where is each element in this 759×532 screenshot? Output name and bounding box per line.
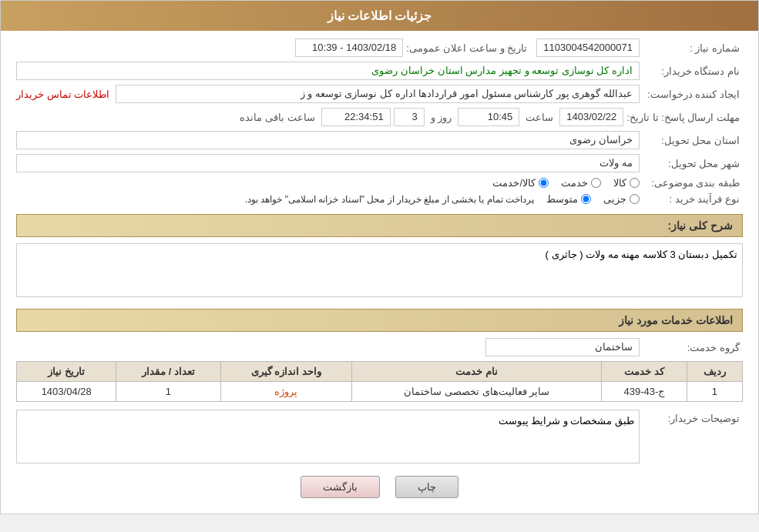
row-mohlat: مهلت ارسال پاسخ: تا تاریخ: 1403/02/22 سا… [16,108,743,126]
ejad-link[interactable]: اطلاعات تماس خریدار [16,89,109,100]
mande-label: ساعت باقی مانده [240,112,314,123]
col-radif: ردیف [687,362,742,382]
col-naam: نام خدمت [352,362,602,382]
toseef-label: توضیحات خریدار: [643,410,743,424]
nooe-text: پرداخت تمام یا بخشی از مبلغ خریدار از مح… [245,194,534,205]
cell-vahed[interactable]: پروژه [220,382,352,402]
dastgah-label: نام دستگاه خریدار: [643,65,743,77]
radio-kala-khedmat-input[interactable] [539,178,549,188]
row-ejad: ایجاد کننده درخواست: عبدالله گوهری پور ک… [16,85,743,103]
radio-khedmat-input[interactable] [591,178,601,188]
ejad-value: عبدالله گوهری پور کارشناس مسئول امور قرا… [116,85,640,103]
grohe-value: ساختمان [485,338,640,356]
radio-mottavasset-label: متوسط [546,193,578,205]
radio-jezee-input[interactable] [630,194,640,204]
row-nooe: نوع فرآیند خرید : جزیی متوسط پرداخت تمام… [16,193,743,205]
page-header: جزئیات اطلاعات نیاز [1,1,758,31]
row-ostan: استان محل تحویل: خراسان رضوی [16,131,743,149]
radio-kala: کالا [613,177,640,189]
radio-kala-input[interactable] [630,178,640,188]
radio-khedmat: خدمت [561,177,601,189]
shahr-label: شهر محل تحویل: [643,158,743,169]
row-shomara: شماره نیاز : 1103004542000071 تاریخ و سا… [16,38,743,57]
shahr-value: مه ولات [16,154,640,172]
radio-mottavasset: متوسط [546,193,591,205]
cell-kod: ج-43-439 [602,382,687,402]
radio-kala-khedmat: کالا/خدمت [492,177,549,189]
tabaqe-radio-group: کالا خدمت کالا/خدمت [492,177,640,189]
cell-tarikh: 1403/04/28 [17,382,116,402]
tabaqe-label: طبقه بندی موضوعی: [643,177,743,189]
col-tedad: تعداد / مقدار [116,362,220,382]
khadamat-section-title: اطلاعات خدمات مورد نیاز [16,309,743,332]
tarikh-label: تاریخ و ساعت اعلان عمومی: [406,42,533,54]
row-toseef: توضیحات خریدار: [16,410,743,463]
row-shahr: شهر محل تحویل: مه ولات [16,154,743,172]
mohlat-date: 1403/02/22 [559,108,623,126]
bottom-buttons: چاپ بازگشت [16,476,743,498]
print-button[interactable]: چاپ [395,476,458,498]
row-grohe: گروه خدمت: ساختمان [16,338,743,356]
shomara-label: شماره نیاز : [643,42,743,54]
table-row: 1 ج-43-439 سایر فعالیت‌های تخصصی ساختمان… [17,382,743,402]
mohlat-label: مهلت ارسال پاسخ: تا تاریخ: [626,112,743,123]
ejad-label: ایجاد کننده درخواست: [643,89,743,100]
nooe-label: نوع فرآیند خرید : [643,193,743,205]
back-button[interactable]: بازگشت [301,476,380,498]
ostan-value: خراسان رضوی [16,131,640,149]
sharh-section-title: شرح کلی نیاز: [16,214,743,237]
cell-tedad: 1 [116,382,220,402]
radio-jezee: جزیی [603,193,640,205]
row-tabaqe: طبقه بندی موضوعی: کالا خدمت کالا/خدمت [16,177,743,189]
radio-kala-khedmat-label: کالا/خدمت [492,177,536,189]
mohlat-rooz: 3 [394,108,425,126]
cell-naam: سایر فعالیت‌های تخصصی ساختمان [352,382,602,402]
sharh-box-wrapper: (function(){ const d = JSON.parse(docume… [16,243,743,299]
dastgah-value: اداره کل نوسازی توسعه و تجهیز مدارس استا… [16,62,640,80]
tarikh-value: 1403/02/18 - 10:39 [295,38,403,57]
nooe-radio-group: جزیی متوسط پرداخت تمام یا بخشی از مبلغ خ… [245,193,640,205]
shomara-value: 1103004542000071 [536,38,640,57]
col-kod: کد خدمت [602,362,687,382]
header-title: جزئیات اطلاعات نیاز [327,9,432,22]
mohlat-saat: 10:45 [458,108,519,126]
radio-mottavasset-input[interactable] [581,194,591,204]
radio-kala-label: کالا [613,177,626,189]
sharh-textarea[interactable] [16,243,743,297]
col-vahed: واحد اندازه گیری [220,362,352,382]
cell-radif: 1 [687,382,742,402]
radio-jezee-label: جزیی [603,193,626,205]
toseef-textarea[interactable] [16,410,640,463]
col-tarikh: تاریخ نیاز [17,362,116,382]
grohe-label: گروه خدمت: [643,342,743,353]
page-wrapper: جزئیات اطلاعات نیاز شماره نیاز : 1103004… [0,0,759,514]
mohlat-mande: 22:34:51 [321,108,391,126]
service-table: ردیف کد خدمت نام خدمت واحد اندازه گیری ت… [16,361,743,402]
rooz-label: روز و [431,112,452,123]
saat-label: ساعت [526,112,553,123]
ostan-label: استان محل تحویل: [643,135,743,146]
radio-khedmat-label: خدمت [561,177,588,189]
row-dastgah: نام دستگاه خریدار: اداره کل نوسازی توسعه… [16,62,743,80]
content-area: شماره نیاز : 1103004542000071 تاریخ و سا… [1,31,758,514]
